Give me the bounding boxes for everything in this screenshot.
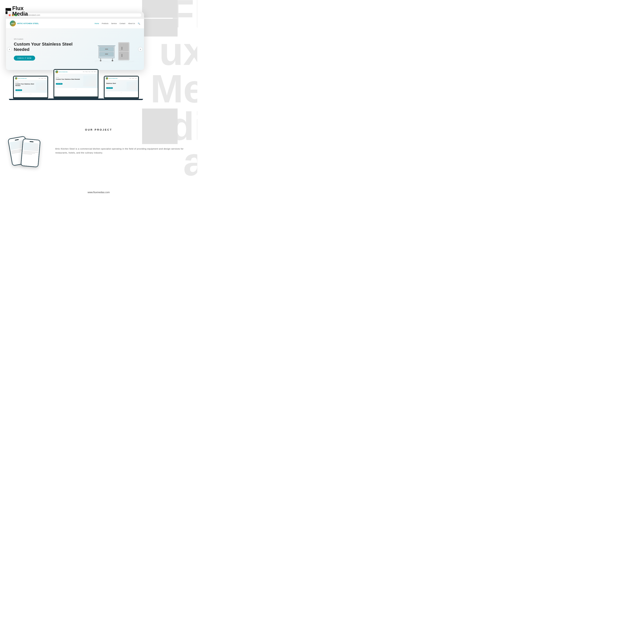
logo-text: Flux Media	[12, 6, 28, 17]
hero-title-line2: Needed	[14, 47, 29, 52]
laptop-right-screen-outer: ARTIC KITCHEN STEEL Home Products Servic…	[104, 76, 139, 97]
logo-blocks	[6, 8, 11, 14]
mini-dots-left: ● ● ●	[14, 93, 47, 95]
site-nav-links: Home Products Service Contact About Us 🔍	[95, 22, 140, 25]
mini-hero-content-center: S/S Custom Custom Your Stainless Steel N…	[56, 77, 82, 85]
mini-image-center	[83, 76, 96, 86]
mini-logo-right	[106, 77, 108, 80]
phone-front-notch	[30, 141, 34, 142]
mini-nav-home-left: Home	[39, 78, 40, 79]
logo-text-line1: Flux	[12, 6, 28, 11]
svg-rect-3	[105, 49, 108, 50]
mini-brand-right: ARTIC KITCHEN STEEL	[109, 78, 118, 79]
laptop-right: ARTIC KITCHEN STEEL Home Products Servic…	[100, 76, 143, 100]
mini-title-center: Custom Your Stainless Steel Needed	[56, 79, 82, 80]
svg-rect-13	[122, 47, 122, 50]
mini-dots-right: ● ●	[105, 91, 138, 94]
laptop-center-foot	[48, 98, 104, 100]
laptop-right-screen: ARTIC KITCHEN STEEL Home Products Servic…	[105, 77, 138, 97]
mini-cta-right: CHECK IT NOW	[106, 87, 113, 89]
mini-image-right	[127, 82, 137, 90]
mini-logo-center	[55, 70, 58, 73]
phone-front-screen	[21, 139, 40, 167]
phone-mockups-area	[10, 135, 49, 167]
phone-front	[21, 138, 41, 167]
phone-back-notch	[15, 139, 19, 140]
laptop-center-screen: ARTIC KITCHEN STEEL Home Products Servic…	[54, 70, 98, 96]
mini-nav-about-center: About Us	[94, 71, 96, 72]
mini-nav-products-center: Products	[85, 71, 88, 72]
kitchen-equipment-illustration	[95, 37, 134, 62]
website-nav: AKS ARTIC KITCHEN STEEL Home Products Se…	[6, 19, 144, 29]
mini-hero-content-left: S/S Custom Custom Your Stainless Steel N…	[15, 82, 35, 91]
search-icon[interactable]: 🔍	[138, 22, 140, 25]
hero-cta-button[interactable]: CHECK IT NOW	[14, 56, 35, 61]
hero-arrow-right[interactable]: ›	[138, 47, 143, 52]
flux-media-logo: Flux Media	[6, 6, 28, 17]
mini-nav-links-left: Home Products Service	[39, 78, 46, 79]
site-logo-area: AKS ARTIC KITCHEN STEEL	[10, 21, 39, 26]
mini-nav-home-right: Home	[129, 78, 131, 79]
logo-block-bottom	[6, 11, 11, 14]
hero-content: S/S Custom Custom Your Stainless Steel N…	[14, 38, 93, 61]
svg-rect-14	[122, 54, 122, 57]
mini-brand-left: ARTIC KITCHEN STEEL	[18, 78, 27, 79]
svg-rect-4	[105, 54, 108, 54]
laptop-left: ARTIC KITCHEN STEEL Home Products Servic…	[9, 76, 52, 100]
logo-block-top	[6, 8, 11, 11]
logo-block-sm-left	[6, 11, 7, 14]
mini-logo-left	[15, 77, 17, 80]
laptop-right-foot	[100, 99, 143, 100]
laptop-center-base	[53, 96, 98, 98]
nav-about[interactable]: About Us	[128, 22, 135, 24]
site-logo-icon: AKS	[10, 21, 16, 26]
bottom-section: OUR PROJECT	[0, 122, 197, 173]
mini-cta-left: CHECK IT NOW	[15, 89, 22, 91]
mini-nav-service-right: Service	[135, 78, 137, 79]
mini-hero-left: S/S Custom Custom Your Stainless Steel N…	[14, 80, 47, 93]
decorative-box-2	[142, 19, 178, 37]
project-description: Artic Kitchen Steel is a commercial kitc…	[55, 147, 187, 155]
phone-front-line3	[23, 153, 32, 155]
mini-nav-center: ARTIC KITCHEN STEEL Home Products Servic…	[54, 70, 98, 74]
watermark-line-3: Me	[150, 69, 197, 109]
mini-hero-right: Stainless Steel CHECK IT NOW	[105, 80, 138, 91]
watermark-line-2: ux	[159, 32, 197, 71]
laptop-center: ARTIC KITCHEN STEEL Home Products Servic…	[48, 69, 104, 100]
nav-service[interactable]: Service	[111, 22, 117, 24]
mini-nav-home-center: Home	[83, 71, 84, 72]
mini-dots-center: ● ● ●	[54, 88, 98, 91]
logo-text-line2: Media	[12, 11, 28, 17]
svg-point-8	[112, 60, 113, 61]
mini-brand-center: ARTIC KITCHEN STEEL	[59, 71, 68, 72]
mini-title-right: Stainless Steel	[106, 83, 126, 84]
mini-nav-links-right: Home Products Service	[129, 78, 137, 79]
nav-contact[interactable]: Contact	[120, 22, 125, 24]
hero-title-line1: Custom Your Stainless Steel	[14, 42, 73, 47]
laptops-area: ARTIC KITCHEN STEEL Home Products Servic…	[2, 69, 150, 100]
mini-nav-products-right: Products	[132, 78, 134, 79]
mini-nav-products-left: Products	[41, 78, 43, 79]
browser-mockup: artickitchensteel.com AKS ARTIC KITCHEN …	[6, 12, 144, 70]
svg-rect-12	[119, 52, 128, 59]
mini-cta-center: CHECK IT NOW	[56, 83, 63, 85]
mini-subtitle-left: S/S Custom	[15, 82, 35, 83]
mini-title-left: Custom Your Stainless Steel Needed	[15, 83, 35, 87]
laptop-left-screen: ARTIC KITCHEN STEEL Home Products Servic…	[14, 77, 47, 97]
mini-hero-content-right: Stainless Steel CHECK IT NOW	[106, 83, 126, 89]
nav-products[interactable]: Products	[102, 22, 109, 24]
mini-image-left	[36, 82, 46, 90]
mini-nav-right: ARTIC KITCHEN STEEL Home Products Servic…	[105, 77, 138, 80]
svg-rect-11	[119, 43, 128, 51]
decorative-box-1	[142, 0, 178, 18]
hero-section: ‹ S/S Custom Custom Your Stainless Steel…	[6, 29, 144, 70]
laptop-left-base	[13, 97, 48, 99]
mini-nav-left: ARTIC KITCHEN STEEL Home Products Servic…	[14, 77, 47, 80]
mini-nav-links-center: Home Products Service Contact About Us	[83, 71, 96, 72]
svg-rect-9	[98, 45, 115, 46]
browser-url-bar[interactable]: artickitchensteel.com	[20, 13, 141, 17]
mini-hero-center: S/S Custom Custom Your Stainless Steel N…	[54, 74, 98, 88]
hero-arrow-left[interactable]: ‹	[7, 47, 12, 52]
nav-home[interactable]: Home	[95, 22, 99, 24]
hero-image-area	[93, 35, 136, 64]
